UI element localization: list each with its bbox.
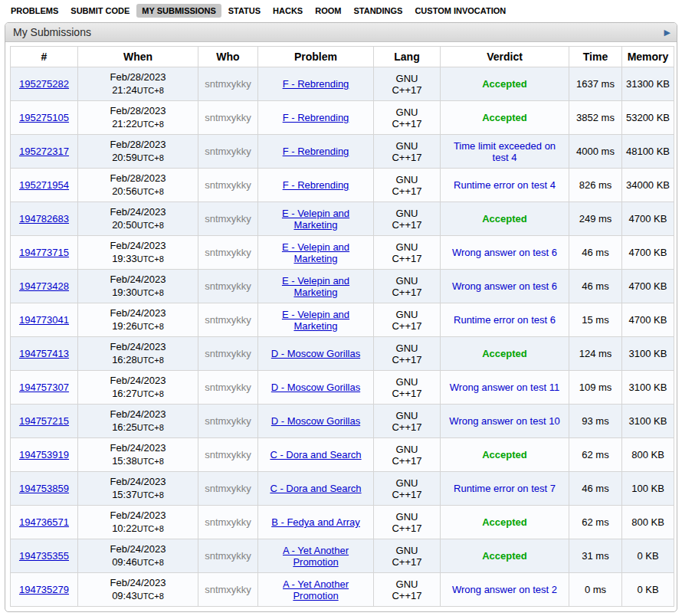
submission-id-link[interactable]: 194753859 [19,483,69,494]
submission-memory: 4700 KB [622,303,674,337]
submission-when: Feb/24/2023 16:25UTC+8 [78,405,198,438]
submissions-table-wrap: # When Who Problem Lang Verdict Time Mem… [5,42,677,611]
submission-verdict-cell: Wrong answer on test 6 [441,270,569,303]
user-link[interactable]: sntmxykky [205,348,251,359]
submission-id-link[interactable]: 194753919 [19,449,69,460]
nav-item-room[interactable]: ROOM [310,4,346,18]
submission-id-link[interactable]: 194735279 [19,584,69,595]
submission-id-cell: 195272317 [11,135,78,169]
submission-row: 194773041 Feb/24/2023 19:26UTC+8 sntmxyk… [11,303,674,337]
submission-time-of-day: 21:24UTC+8 [81,84,195,97]
user-link[interactable]: sntmxykky [205,280,251,292]
problem-link[interactable]: C - Dora and Search [265,449,366,460]
submission-verdict-cell: Runtime error on test 7 [441,472,569,506]
submission-time-of-day: 15:38UTC+8 [81,455,195,467]
submission-lang: GNU C++17 [374,539,441,573]
nav-item-my-submissions[interactable]: MY SUBMISSIONS [136,4,221,18]
problem-link[interactable]: F - Rebrending [278,78,354,90]
verdict-text: Accepted [482,213,527,224]
submission-who-cell: sntmxykky [198,371,258,405]
submission-lang: GNU C++17 [374,67,441,101]
nav-item-status[interactable]: STATUS [223,4,266,18]
submission-problem-cell: C - Dora and Search [258,472,374,506]
submission-problem-cell: B - Fedya and Array [258,506,374,539]
user-link[interactable]: sntmxykky [205,146,251,157]
user-link[interactable]: sntmxykky [205,449,251,460]
problem-link[interactable]: B - Fedya and Array [267,516,365,528]
submission-id-link[interactable]: 195272317 [19,146,69,157]
user-link[interactable]: sntmxykky [205,584,251,595]
submission-verdict-cell: Wrong answer on test 6 [441,236,569,270]
submission-problem-cell: E - Velepin and Marketing [258,236,374,270]
user-link[interactable]: sntmxykky [205,247,251,258]
timezone-label: UTC+8 [137,153,164,162]
submission-id-link[interactable]: 195275282 [19,78,69,90]
submission-id-link[interactable]: 194736571 [19,516,69,528]
verdict-text: Wrong answer on test 10 [449,415,559,427]
submission-date: Feb/24/2023 [81,408,195,421]
user-link[interactable]: sntmxykky [205,112,251,123]
problem-link[interactable]: D - Moscow Gorillas [267,382,365,393]
user-link[interactable]: sntmxykky [205,550,251,562]
nav-item-standings[interactable]: STANDINGS [348,4,408,18]
problem-link[interactable]: A - Yet Another Promotion [261,578,370,601]
problem-link[interactable]: F - Rebrending [278,112,354,123]
user-link[interactable]: sntmxykky [205,415,251,427]
submission-id-link[interactable]: 194757307 [19,382,69,393]
problem-link[interactable]: F - Rebrending [278,179,354,191]
header-problem: Problem [258,47,374,67]
user-link[interactable]: sntmxykky [205,516,251,528]
problem-link[interactable]: E - Velepin and Marketing [261,241,370,264]
user-link[interactable]: sntmxykky [205,213,251,224]
nav-item-submit-code[interactable]: SUBMIT CODE [65,4,135,18]
verdict-text: Wrong answer on test 6 [452,247,557,258]
submission-id-link[interactable]: 194773041 [19,314,69,326]
submission-id-link[interactable]: 194757215 [19,415,69,427]
problem-link[interactable]: D - Moscow Gorillas [267,415,365,427]
submission-id-link[interactable]: 195275105 [19,112,69,123]
submission-exec-time: 93 ms [569,405,622,438]
submission-exec-time: 62 ms [569,438,622,472]
submission-lang: GNU C++17 [374,202,441,236]
submission-verdict-cell: Time limit exceeded on test 4 [441,135,569,169]
problem-link[interactable]: C - Dora and Search [265,483,366,494]
nav-item-hacks[interactable]: HACKS [267,4,308,18]
verdict-text: Wrong answer on test 6 [452,280,557,292]
timezone-label: UTC+8 [137,187,164,196]
user-link[interactable]: sntmxykky [205,382,251,393]
user-link[interactable]: sntmxykky [205,78,251,90]
nav-item-problems[interactable]: PROBLEMS [5,4,64,18]
submission-time-of-day: 09:43UTC+8 [81,590,195,602]
submission-problem-cell: E - Velepin and Marketing [258,303,374,337]
submission-id-link[interactable]: 194757413 [19,348,69,359]
submission-when: Feb/24/2023 20:50UTC+8 [78,202,198,236]
submission-id-link[interactable]: 194735355 [19,550,69,562]
submission-id-cell: 194782683 [11,202,78,236]
user-link[interactable]: sntmxykky [205,314,251,326]
nav-item-custom-invocation[interactable]: CUSTOM INVOCATION [409,4,511,18]
submission-lang: GNU C++17 [374,472,441,506]
submission-id-link[interactable]: 194773428 [19,280,69,292]
verdict-text: Wrong answer on test 2 [452,584,557,595]
submission-id-link[interactable]: 194782683 [19,213,69,224]
user-link[interactable]: sntmxykky [205,179,251,191]
submission-lang: GNU C++17 [374,506,441,539]
problem-link[interactable]: A - Yet Another Promotion [261,545,370,568]
submission-lang: GNU C++17 [374,438,441,472]
problem-link[interactable]: E - Velepin and Marketing [261,275,370,298]
verdict-text: Runtime error on test 4 [454,179,556,191]
submission-memory: 4700 KB [622,270,674,303]
problem-link[interactable]: E - Velepin and Marketing [261,208,370,231]
submission-time-of-day: 16:28UTC+8 [81,354,195,366]
expand-sidebar-icon[interactable]: ▶ [664,28,671,37]
submission-id-link[interactable]: 194773715 [19,247,69,258]
submission-problem-cell: D - Moscow Gorillas [258,337,374,371]
problem-link[interactable]: E - Velepin and Marketing [261,309,370,332]
submission-row: 194773428 Feb/24/2023 19:30UTC+8 sntmxyk… [11,270,674,303]
user-link[interactable]: sntmxykky [205,483,251,494]
problem-link[interactable]: F - Rebrending [278,146,354,157]
problem-link[interactable]: D - Moscow Gorillas [267,348,365,359]
submission-verdict-cell: Accepted [441,438,569,472]
submission-time-of-day: 19:33UTC+8 [81,253,195,265]
submission-id-link[interactable]: 195271954 [19,179,69,191]
